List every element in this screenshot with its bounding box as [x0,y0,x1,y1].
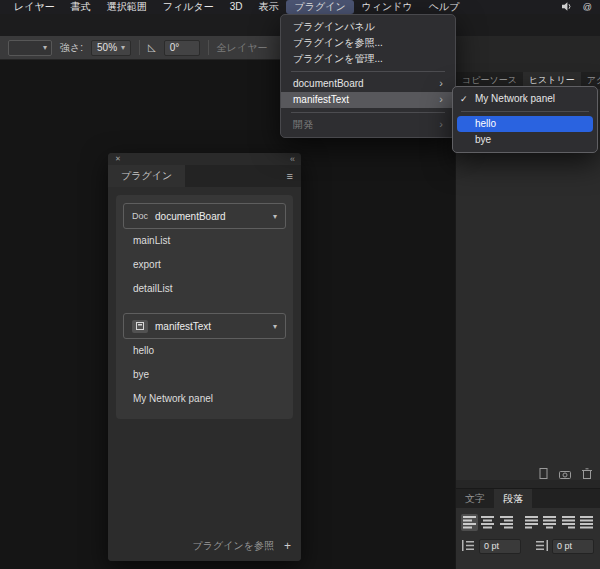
paragraph-align-row [456,508,600,533]
submenu-item-label: bye [475,134,491,145]
panel-menu-icon[interactable]: ≡ [279,165,301,187]
history-panel-footer [539,465,592,483]
menu-layer[interactable]: レイヤー [6,0,63,14]
menubar: レイヤー 書式 選択範囲 フィルター 3D 表示 プラグイン ウィンドウ ヘルプ… [0,0,600,14]
menu-item-label: プラグインを管理... [293,51,383,67]
menu-type[interactable]: 書式 [63,0,99,14]
trash-icon[interactable] [582,465,592,483]
indent-left-icon [462,537,475,555]
submenu-arrow-icon: › [439,117,443,133]
options-divider [208,40,209,55]
at-status-icon[interactable]: @ [583,2,592,12]
menubar-status-area: @ [562,2,600,13]
group-title: documentBoard [155,211,226,222]
menu-item-documentboard[interactable]: documentBoard › [281,76,455,92]
all-layers-label: 全レイヤー [217,41,268,55]
group-manifesttext[interactable]: manifestText ▾ [123,313,286,339]
check-icon: ✓ [460,91,468,107]
justify-last-center-button[interactable] [541,514,558,531]
plugin-item-hello[interactable]: hello [123,339,286,363]
indent-right-field[interactable]: 0 pt [552,539,594,554]
justify-all-button[interactable] [578,514,595,531]
tool-preset-dropdown[interactable]: ▾ [8,40,52,56]
plugin-item-export[interactable]: export [123,253,286,277]
align-left-button[interactable] [461,514,478,531]
doc-badge-icon: Doc [132,211,148,221]
menu-window[interactable]: ウィンドウ [354,0,421,14]
strength-value: 50% [97,42,117,53]
submenu-item-label: hello [475,118,496,129]
chevron-down-icon: ▾ [121,43,125,52]
menu-item-dev[interactable]: 開発 › [281,117,455,133]
plus-icon[interactable]: + [284,539,291,553]
menu-item-label: manifestText [293,92,349,108]
chevron-down-icon: ▾ [43,43,47,52]
menu-item-label: プラグインを参照... [293,35,383,51]
menu-item-label: documentBoard [293,76,364,92]
manifesttext-submenu: ✓ My Network panel hello bye [452,86,598,153]
volume-icon[interactable] [562,2,573,13]
indent-left-value: 0 pt [484,541,499,551]
submenu-item-bye[interactable]: bye [453,132,597,148]
submenu-arrow-icon: › [439,76,443,92]
plugins-list-card: Doc documentBoard ▾ mainList export deta… [116,195,293,419]
angle-value: 0° [170,42,180,53]
plugin-item-bye[interactable]: bye [123,363,286,387]
angle-input[interactable]: 0° [164,40,200,56]
tab-plugins-panel[interactable]: プラグイン [108,165,185,187]
plugin-item-detaillist[interactable]: detailList [123,277,286,301]
group-documentboard[interactable]: Doc documentBoard ▾ [123,203,286,229]
menu-help[interactable]: ヘルプ [421,0,468,14]
menu-item-browse-plugins[interactable]: プラグインを参照... [281,35,455,51]
options-divider [139,40,140,55]
camera-snapshot-icon[interactable] [559,465,571,483]
align-center-button[interactable] [479,514,496,531]
group-title: manifestText [155,321,211,332]
plugins-menu-dropdown: プラグインパネル プラグインを参照... プラグインを管理... documen… [280,14,456,138]
indent-right-value: 0 pt [557,541,572,551]
paragraph-indent-row: 0 pt 0 pt [456,533,600,555]
paragraph-panel-body: 0 pt 0 pt [456,508,600,569]
submenu-arrow-icon: › [439,92,443,108]
new-document-from-state-icon[interactable] [539,465,548,483]
menu-select[interactable]: 選択範囲 [99,0,155,14]
menu-item-label: 開発 [293,117,313,133]
brush-angle-icon: ◺ [148,42,156,53]
menu-3d[interactable]: 3D [222,0,251,14]
menu-separator [461,111,589,112]
tab-paragraph[interactable]: 段落 [494,489,532,508]
menu-item-plugins-panel[interactable]: プラグインパネル [281,19,455,35]
submenu-item-my-network-panel[interactable]: ✓ My Network panel [453,91,597,107]
plugins-panel: ✕ « プラグイン ≡ Doc documentBoard ▾ mainList… [108,153,301,561]
menu-item-manage-plugins[interactable]: プラグインを管理... [281,51,455,67]
close-icon[interactable]: ✕ [115,155,121,163]
submenu-item-label: My Network panel [475,93,555,104]
photoshop-window: レイヤー 書式 選択範囲 フィルター 3D 表示 プラグイン ウィンドウ ヘルプ… [0,0,600,569]
menu-filter[interactable]: フィルター [155,0,222,14]
plugins-panel-body: Doc documentBoard ▾ mainList export deta… [108,187,301,561]
justify-last-left-button[interactable] [523,514,540,531]
indent-right-icon [535,537,548,555]
tab-character[interactable]: 文字 [456,489,494,508]
strength-label: 強さ: [60,41,83,55]
menu-item-manifesttext[interactable]: manifestText › [281,92,455,108]
manifesttext-plugin-icon [132,320,148,333]
indent-left-field[interactable]: 0 pt [479,539,521,554]
chevron-down-icon: ▾ [273,212,277,221]
justify-last-right-button[interactable] [559,514,576,531]
collapse-panel-icon[interactable]: « [290,154,294,164]
plugins-panel-tabbar: プラグイン ≡ [108,165,301,187]
type-panel-tabs: 文字 段落 [456,488,600,508]
plugin-item-my-network-panel[interactable]: My Network panel [123,387,286,411]
strength-dropdown[interactable]: 50% ▾ [91,40,131,56]
submenu-item-hello[interactable]: hello [457,116,593,132]
menu-separator [291,71,445,72]
menu-separator [291,112,445,113]
browse-plugins-link[interactable]: プラグインを参照 [193,539,274,553]
align-right-button[interactable] [498,514,515,531]
menu-plugins[interactable]: プラグイン [286,0,353,14]
chevron-down-icon: ▾ [273,322,277,331]
plugin-item-mainlist[interactable]: mainList [123,229,286,253]
menu-item-label: プラグインパネル [293,19,375,35]
menu-view[interactable]: 表示 [250,0,286,14]
